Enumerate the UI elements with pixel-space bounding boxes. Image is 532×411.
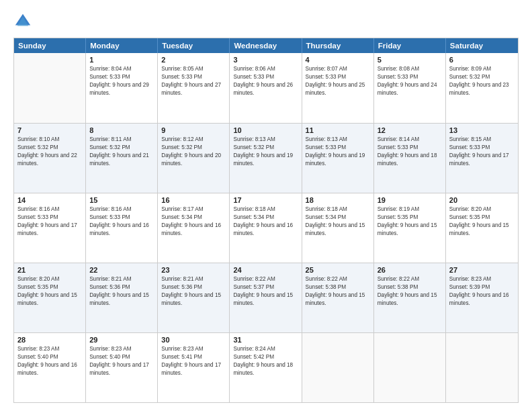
calendar-cell-4-3: 31Sunrise: 8:24 AM Sunset: 5:42 PM Dayli…	[230, 333, 302, 402]
calendar-cell-3-5: 26Sunrise: 8:22 AM Sunset: 5:38 PM Dayli…	[374, 263, 446, 332]
calendar-cell-0-3: 3Sunrise: 8:06 AM Sunset: 5:33 PM Daylig…	[230, 53, 302, 123]
day-number: 18	[306, 196, 370, 204]
day-number: 31	[233, 336, 298, 344]
calendar-cell-0-5: 5Sunrise: 8:08 AM Sunset: 5:33 PM Daylig…	[374, 53, 446, 123]
calendar-cell-2-5: 19Sunrise: 8:19 AM Sunset: 5:35 PM Dayli…	[374, 193, 446, 263]
day-number: 7	[17, 126, 82, 134]
day-info: Sunrise: 8:07 AM Sunset: 5:33 PM Dayligh…	[306, 65, 370, 97]
day-info: Sunrise: 8:22 AM Sunset: 5:38 PM Dayligh…	[306, 275, 370, 308]
header-day-monday: Monday	[86, 38, 158, 53]
day-number: 27	[449, 266, 515, 274]
day-number: 15	[89, 196, 154, 204]
day-number: 1	[89, 56, 154, 64]
header-day-saturday: Saturday	[446, 38, 518, 53]
header-day-friday: Friday	[374, 38, 446, 53]
calendar-cell-2-6: 20Sunrise: 8:20 AM Sunset: 5:35 PM Dayli…	[446, 193, 518, 263]
day-number: 2	[161, 56, 226, 64]
day-info: Sunrise: 8:21 AM Sunset: 5:36 PM Dayligh…	[161, 275, 226, 308]
header-day-thursday: Thursday	[302, 38, 374, 53]
calendar-cell-2-3: 17Sunrise: 8:18 AM Sunset: 5:34 PM Dayli…	[230, 193, 302, 263]
day-number: 3	[233, 56, 298, 64]
day-number: 19	[378, 196, 442, 204]
calendar-cell-1-6: 13Sunrise: 8:15 AM Sunset: 5:33 PM Dayli…	[446, 124, 518, 193]
calendar-cell-3-1: 22Sunrise: 8:21 AM Sunset: 5:36 PM Dayli…	[86, 263, 158, 332]
day-info: Sunrise: 8:21 AM Sunset: 5:36 PM Dayligh…	[89, 275, 154, 308]
day-info: Sunrise: 8:09 AM Sunset: 5:32 PM Dayligh…	[449, 65, 515, 97]
day-info: Sunrise: 8:17 AM Sunset: 5:34 PM Dayligh…	[161, 205, 226, 238]
day-info: Sunrise: 8:12 AM Sunset: 5:32 PM Dayligh…	[161, 136, 226, 168]
day-info: Sunrise: 8:22 AM Sunset: 5:38 PM Dayligh…	[378, 275, 442, 308]
header	[13, 12, 519, 31]
calendar-cell-2-2: 16Sunrise: 8:17 AM Sunset: 5:34 PM Dayli…	[158, 193, 230, 263]
logo-icon	[13, 12, 32, 31]
day-number: 21	[17, 266, 82, 274]
day-number: 25	[306, 266, 370, 274]
day-info: Sunrise: 8:16 AM Sunset: 5:33 PM Dayligh…	[89, 205, 154, 238]
calendar-cell-4-6	[446, 333, 518, 402]
day-info: Sunrise: 8:13 AM Sunset: 5:33 PM Dayligh…	[306, 136, 370, 168]
calendar: SundayMondayTuesdayWednesdayThursdayFrid…	[13, 38, 519, 403]
day-info: Sunrise: 8:23 AM Sunset: 5:40 PM Dayligh…	[17, 345, 82, 377]
calendar-cell-4-1: 29Sunrise: 8:23 AM Sunset: 5:40 PM Dayli…	[86, 333, 158, 402]
day-number: 5	[378, 56, 442, 64]
day-info: Sunrise: 8:20 AM Sunset: 5:35 PM Dayligh…	[17, 275, 82, 308]
header-day-wednesday: Wednesday	[230, 38, 302, 53]
calendar-cell-2-0: 14Sunrise: 8:16 AM Sunset: 5:33 PM Dayli…	[14, 193, 86, 263]
day-number: 14	[17, 196, 82, 204]
day-number: 17	[233, 196, 298, 204]
calendar-row-1: 7Sunrise: 8:10 AM Sunset: 5:32 PM Daylig…	[14, 123, 518, 193]
calendar-cell-3-0: 21Sunrise: 8:20 AM Sunset: 5:35 PM Dayli…	[14, 263, 86, 332]
day-info: Sunrise: 8:23 AM Sunset: 5:41 PM Dayligh…	[161, 345, 226, 377]
day-number: 10	[233, 126, 298, 134]
calendar-cell-1-2: 9Sunrise: 8:12 AM Sunset: 5:32 PM Daylig…	[158, 124, 230, 193]
day-info: Sunrise: 8:20 AM Sunset: 5:35 PM Dayligh…	[449, 205, 515, 238]
day-info: Sunrise: 8:19 AM Sunset: 5:35 PM Dayligh…	[378, 205, 442, 238]
day-number: 23	[161, 266, 226, 274]
day-number: 9	[161, 126, 226, 134]
calendar-row-2: 14Sunrise: 8:16 AM Sunset: 5:33 PM Dayli…	[14, 193, 518, 263]
day-info: Sunrise: 8:23 AM Sunset: 5:40 PM Dayligh…	[89, 345, 154, 377]
day-number: 29	[89, 336, 154, 344]
calendar-row-4: 28Sunrise: 8:23 AM Sunset: 5:40 PM Dayli…	[14, 332, 518, 402]
day-info: Sunrise: 8:08 AM Sunset: 5:33 PM Dayligh…	[378, 65, 442, 97]
calendar-cell-1-4: 11Sunrise: 8:13 AM Sunset: 5:33 PM Dayli…	[302, 124, 374, 193]
day-info: Sunrise: 8:24 AM Sunset: 5:42 PM Dayligh…	[233, 345, 298, 377]
day-number: 4	[306, 56, 370, 64]
calendar-row-3: 21Sunrise: 8:20 AM Sunset: 5:35 PM Dayli…	[14, 263, 518, 332]
day-info: Sunrise: 8:13 AM Sunset: 5:32 PM Dayligh…	[233, 136, 298, 168]
calendar-cell-1-0: 7Sunrise: 8:10 AM Sunset: 5:32 PM Daylig…	[14, 124, 86, 193]
calendar-header: SundayMondayTuesdayWednesdayThursdayFrid…	[14, 38, 518, 53]
day-info: Sunrise: 8:10 AM Sunset: 5:32 PM Dayligh…	[17, 136, 82, 168]
calendar-cell-1-3: 10Sunrise: 8:13 AM Sunset: 5:32 PM Dayli…	[230, 124, 302, 193]
day-info: Sunrise: 8:18 AM Sunset: 5:34 PM Dayligh…	[306, 205, 370, 238]
day-info: Sunrise: 8:16 AM Sunset: 5:33 PM Dayligh…	[17, 205, 82, 238]
calendar-cell-3-2: 23Sunrise: 8:21 AM Sunset: 5:36 PM Dayli…	[158, 263, 230, 332]
day-info: Sunrise: 8:05 AM Sunset: 5:33 PM Dayligh…	[161, 65, 226, 97]
day-number: 12	[378, 126, 442, 134]
day-number: 11	[306, 126, 370, 134]
day-number: 22	[89, 266, 154, 274]
calendar-cell-4-0: 28Sunrise: 8:23 AM Sunset: 5:40 PM Dayli…	[14, 333, 86, 402]
day-number: 13	[449, 126, 515, 134]
calendar-cell-0-1: 1Sunrise: 8:04 AM Sunset: 5:33 PM Daylig…	[86, 53, 158, 123]
calendar-cell-3-3: 24Sunrise: 8:22 AM Sunset: 5:37 PM Dayli…	[230, 263, 302, 332]
day-number: 24	[233, 266, 298, 274]
calendar-cell-4-5	[374, 333, 446, 402]
calendar-cell-0-2: 2Sunrise: 8:05 AM Sunset: 5:33 PM Daylig…	[158, 53, 230, 123]
day-number: 16	[161, 196, 226, 204]
day-info: Sunrise: 8:22 AM Sunset: 5:37 PM Dayligh…	[233, 275, 298, 308]
calendar-cell-0-0	[14, 53, 86, 123]
day-number: 8	[89, 126, 154, 134]
header-day-tuesday: Tuesday	[158, 38, 230, 53]
day-info: Sunrise: 8:23 AM Sunset: 5:39 PM Dayligh…	[449, 275, 515, 308]
day-number: 6	[449, 56, 515, 64]
page: SundayMondayTuesdayWednesdayThursdayFrid…	[0, 0, 532, 411]
calendar-row-0: 1Sunrise: 8:04 AM Sunset: 5:33 PM Daylig…	[14, 53, 518, 123]
day-number: 26	[378, 266, 442, 274]
day-info: Sunrise: 8:14 AM Sunset: 5:33 PM Dayligh…	[378, 136, 442, 168]
calendar-cell-1-5: 12Sunrise: 8:14 AM Sunset: 5:33 PM Dayli…	[374, 124, 446, 193]
day-number: 20	[449, 196, 515, 204]
day-info: Sunrise: 8:11 AM Sunset: 5:32 PM Dayligh…	[89, 136, 154, 168]
calendar-cell-1-1: 8Sunrise: 8:11 AM Sunset: 5:32 PM Daylig…	[86, 124, 158, 193]
day-info: Sunrise: 8:18 AM Sunset: 5:34 PM Dayligh…	[233, 205, 298, 238]
